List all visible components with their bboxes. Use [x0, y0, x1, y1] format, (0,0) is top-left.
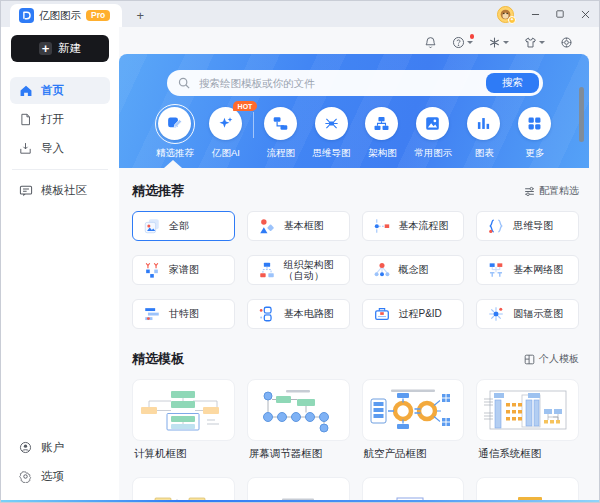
template-thumbnail [362, 379, 465, 441]
sidebar-item-open[interactable]: 打开 [10, 106, 110, 133]
template-partial-3[interactable] [362, 477, 465, 502]
pill-all[interactable]: 全部 [132, 211, 235, 241]
p-spoke-icon [487, 305, 505, 323]
sidebar-bottom: 账户选项 [10, 432, 110, 492]
pills-grid: 全部基本框图基本流程图思维导图家谱图组织架构图（自动）概念图基本网络图甘特图基本… [132, 211, 579, 329]
new-document-button[interactable]: + 新建 [11, 35, 109, 62]
configure-featured-button[interactable]: 配置精选 [524, 184, 579, 198]
gear-icon [19, 470, 33, 484]
category-ai[interactable]: HOT亿图AI [202, 104, 250, 160]
maximize-button[interactable] [549, 3, 571, 25]
pill-pid[interactable]: 过程P&ID [362, 299, 465, 329]
sections: 精选推荐 配置精选 全部基本框图基本流程图思维导图家谱图组织架构图（自动）概念图… [119, 168, 599, 502]
titlebar-right: ✦ [497, 1, 599, 27]
tab-title: 亿图图示 [39, 9, 81, 23]
p-gantt-icon [143, 305, 161, 323]
template-thumbnail [132, 379, 235, 441]
vertical-scrollbar[interactable] [579, 87, 584, 142]
category-mindmap[interactable]: 思维导图 [308, 104, 356, 160]
template-communication[interactable]: 通信系统框图 [476, 379, 579, 461]
pill-network[interactable]: 基本网络图 [476, 255, 579, 285]
category-chart[interactable]: 图表 [460, 104, 508, 160]
pro-badge: Pro [86, 10, 110, 22]
template-thumbnail [362, 477, 465, 502]
apps-icon[interactable] [488, 36, 509, 49]
caret-down-icon [503, 41, 509, 44]
templates-grid: 计算机框图屏幕调节器框图航空产品框图通信系统框图 [132, 379, 579, 477]
orgchart-icon [365, 107, 398, 140]
template-thumbnail [247, 379, 350, 441]
help-icon[interactable] [452, 36, 473, 49]
sidebar-item-home[interactable]: 首页 [10, 77, 110, 104]
pill-basic-flowchart[interactable]: 基本流程图 [362, 211, 465, 241]
template-partial-4[interactable] [476, 477, 579, 502]
sidebar: + 新建 首页打开导入模板社区 账户选项 [1, 27, 119, 502]
minimize-button[interactable] [524, 3, 546, 25]
template-aviation[interactable]: 航空产品框图 [362, 379, 465, 461]
p-basic-icon [258, 217, 276, 235]
templates-grid-partial [132, 477, 579, 502]
app-window: 亿图图示 Pro + ✦ + 新建 首页打开导入模板社区 账户选项 [0, 0, 600, 503]
caret-down-icon [467, 41, 473, 44]
pill-gantt[interactable]: 甘特图 [132, 299, 235, 329]
topbar-icons [119, 27, 599, 54]
titlebar: 亿图图示 Pro + ✦ [1, 1, 599, 27]
hero-banner: 搜索 精选推荐HOT亿图AI流程图思维导图架构图常用图示图表更多 [119, 54, 589, 168]
sidebar-item-community[interactable]: 模板社区 [10, 177, 110, 204]
window-controls [524, 3, 599, 25]
pill-mindmap[interactable]: 思维导图 [476, 211, 579, 241]
app-tab[interactable]: 亿图图示 Pro [10, 4, 122, 27]
template-screen-adjuster[interactable]: 屏幕调节器框图 [247, 379, 350, 461]
template-computer[interactable]: 计算机框图 [132, 379, 235, 461]
search-button[interactable]: 搜索 [486, 73, 539, 93]
category-orgchart[interactable]: 架构图 [358, 104, 406, 160]
pill-family-tree[interactable]: 家谱图 [132, 255, 235, 285]
settings-icon[interactable] [560, 36, 573, 49]
sidebar-nav: 首页打开导入模板社区 [10, 75, 110, 206]
category-featured[interactable]: 精选推荐 [151, 104, 199, 160]
p-mind-icon [487, 217, 505, 235]
user-avatar[interactable]: ✦ [497, 6, 514, 23]
flowchart-icon [264, 107, 297, 140]
pill-circle-spoke[interactable]: 圆辐示意图 [476, 299, 579, 329]
user-icon [19, 441, 33, 455]
search-input[interactable] [197, 76, 479, 90]
pill-org-auto[interactable]: 组织架构图（自动） [247, 255, 350, 285]
notification-icon[interactable] [424, 36, 437, 49]
window-accent-border [1, 500, 599, 502]
caret-down-icon [539, 41, 545, 44]
sidebar-item-account[interactable]: 账户 [10, 434, 110, 461]
p-all-icon [143, 217, 161, 235]
p-concept-icon [373, 261, 391, 279]
template-partial-1[interactable] [132, 477, 235, 502]
close-button[interactable] [574, 3, 596, 25]
new-tab-button[interactable]: + [130, 5, 150, 25]
templates-section-header: 精选模板 个人模板 [132, 350, 579, 368]
search-icon [178, 77, 190, 89]
pill-circuit[interactable]: 基本电路图 [247, 299, 350, 329]
pill-basic-diagram[interactable]: 基本框图 [247, 211, 350, 241]
home-icon [19, 84, 33, 98]
search-bar: 搜索 [167, 70, 543, 96]
sidebar-item-import[interactable]: 导入 [10, 135, 110, 162]
personal-templates-button[interactable]: 个人模板 [524, 352, 579, 366]
p-pid-icon [373, 305, 391, 323]
category-flowchart[interactable]: 流程图 [257, 104, 305, 160]
sliders-icon [524, 186, 535, 197]
featured-icon [158, 107, 191, 140]
category-common[interactable]: 常用图示 [409, 104, 457, 160]
notification-dot [470, 34, 475, 39]
common-icon [416, 107, 449, 140]
sidebar-item-options[interactable]: 选项 [10, 463, 110, 490]
chart-icon [467, 107, 500, 140]
category-more[interactable]: 更多 [511, 104, 559, 160]
content-area: 搜索 精选推荐HOT亿图AI流程图思维导图架构图常用图示图表更多 精选推荐 配置… [119, 27, 599, 502]
theme-icon[interactable] [524, 36, 545, 49]
p-circuit-icon [258, 305, 276, 323]
p-family-icon [143, 261, 161, 279]
pill-concept[interactable]: 概念图 [362, 255, 465, 285]
more-icon [518, 107, 551, 140]
template-thumbnail [247, 477, 350, 502]
template-partial-2[interactable] [247, 477, 350, 502]
template-thumbnail [476, 379, 579, 441]
